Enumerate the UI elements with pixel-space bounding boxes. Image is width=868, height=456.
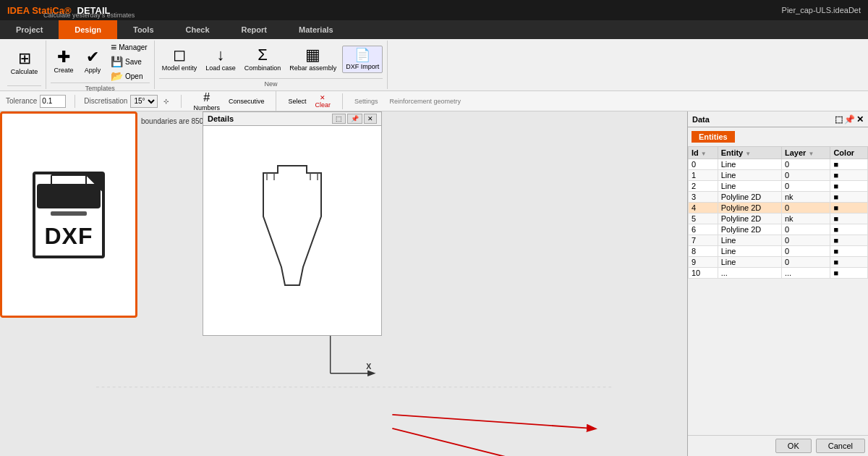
calculate-icon: ⊞ (18, 51, 31, 67)
table-row[interactable]: 5Polyline 2Dnk■ (689, 214, 868, 224)
apply-button[interactable]: ✔ Apply (80, 47, 106, 77)
col-id[interactable]: Id ▼ (689, 147, 718, 159)
table-row[interactable]: 6Polyline 2D0■ (689, 224, 868, 235)
calculate-button[interactable]: ⊞ Calculate (8, 48, 41, 78)
main-area: DXF boundaries are 8500.000 x 7400.000 m… (0, 111, 868, 456)
manager-label: Manager (119, 43, 147, 51)
save-icon: 💾 (111, 56, 123, 67)
save-button[interactable]: 💾 Save (109, 55, 150, 68)
discretisation-select[interactable]: 15° (130, 95, 158, 108)
tab-report[interactable]: Report (226, 20, 283, 39)
ribbon-group-new: ◻ Model entity ↓ Load case Σ Combination… (155, 41, 388, 89)
dxf-import-icon: 📄 (354, 48, 370, 62)
numbers-group: # Numbers Consecutive (190, 90, 276, 112)
cancel-button[interactable]: Cancel (816, 439, 865, 453)
details-float-button[interactable]: ⬚ (332, 114, 346, 124)
dxf-file-icon: DXF (33, 172, 105, 258)
model-entity-button[interactable]: ◻ Model entity (159, 45, 200, 75)
table-row[interactable]: 4Polyline 2D0■ (689, 203, 868, 214)
details-close-button[interactable]: ✕ (364, 114, 377, 124)
col-entity[interactable]: Entity ▼ (718, 147, 781, 159)
apply-label: Apply (85, 67, 101, 75)
clear-label: Clear (315, 101, 331, 109)
ribbon-group-calculate: ⊞ Calculate (3, 41, 46, 89)
table-row[interactable]: 1Line0■ (689, 170, 868, 181)
titlebar-left: IDEA StatiCa® DETAIL Calculate yesterday… (7, 5, 111, 16)
load-case-button[interactable]: ↓ Load case (203, 45, 239, 75)
table-row[interactable]: 3Polyline 2Dnk■ (689, 192, 868, 203)
details-controls: ⬚ 📌 ✕ (332, 114, 377, 124)
new-label: New (159, 78, 383, 89)
entities-tab[interactable]: Entities (692, 131, 735, 143)
title-bar: IDEA StatiCa® DETAIL Calculate yesterday… (0, 0, 868, 20)
table-row[interactable]: 7Line0■ (689, 235, 868, 246)
manager-button[interactable]: ≡ Manager (109, 41, 150, 54)
ribbon-group-create-apply: ✚ Create ✔ Apply ≡ Manager 💾 Save 📂 Open (46, 41, 155, 89)
select-clear-group: Select ✕ Clear (285, 93, 343, 109)
tab-project[interactable]: Project (0, 20, 59, 39)
table-row[interactable]: 10......■ (689, 268, 868, 279)
table-row[interactable]: 0Line0■ (689, 159, 868, 170)
combination-icon: Σ (258, 47, 268, 63)
create-button[interactable]: ✚ Create (51, 47, 77, 77)
load-case-label: Load case (205, 64, 236, 72)
details-svg (220, 159, 365, 303)
manager-icon: ≡ (111, 41, 116, 53)
templates-label: Templates (51, 83, 150, 93)
tolerance-group: Tolerance (6, 95, 75, 108)
data-close-button[interactable]: ✕ (856, 114, 864, 124)
ribbon-tabs: Project Design Tools Check Report Materi… (0, 20, 868, 39)
data-float-button[interactable]: ⬚ (835, 114, 843, 124)
data-title: Data (692, 115, 710, 124)
xyz-button[interactable]: ⊹ (161, 97, 172, 106)
reinforcement-geometry-label: Reinforcement geometry (390, 98, 461, 105)
clear-button[interactable]: ✕ Clear (312, 93, 333, 109)
tab-materials[interactable]: Materials (283, 20, 349, 39)
col-layer[interactable]: Layer ▼ (782, 147, 830, 159)
table-row[interactable]: 9Line0■ (689, 257, 868, 268)
calculate-label: Calculate (11, 68, 38, 76)
create-icon: ✚ (57, 49, 70, 65)
dxf-printer-base (37, 184, 101, 208)
tab-tools[interactable]: Tools (117, 20, 170, 39)
dxf-import-button[interactable]: 📄 DXF Import (342, 46, 383, 74)
details-panel: Details ⬚ 📌 ✕ (203, 111, 382, 336)
ribbon: ⊞ Calculate ✚ Create ✔ Apply ≡ Manager (0, 39, 868, 91)
combination-button[interactable]: Σ Combination (242, 45, 284, 75)
clear-icon: ✕ (320, 94, 326, 101)
manager-save-open: ≡ Manager 💾 Save 📂 Open (109, 41, 150, 83)
select-button[interactable]: Select (285, 97, 309, 106)
ok-button[interactable]: OK (775, 439, 812, 453)
data-controls: ⬚ 📌 ✕ (835, 114, 864, 124)
canvas-area[interactable]: DXF boundaries are 8500.000 x 7400.000 m… (0, 111, 709, 456)
rebar-assembly-icon: ▦ (305, 47, 320, 63)
data-pin-button[interactable]: 📌 (844, 114, 855, 124)
model-entity-label: Model entity (162, 64, 197, 72)
combination-label: Combination (244, 64, 281, 72)
open-button[interactable]: 📂 Open (109, 69, 150, 83)
apply-icon: ✔ (86, 49, 99, 65)
dxf-printer-slot (51, 211, 87, 216)
open-label: Open (125, 72, 142, 80)
data-table: Id ▼ Entity ▼ Layer ▼ Color 0Line0■1Line… (688, 146, 868, 279)
dxf-import-label: DXF Import (346, 63, 379, 71)
data-table-scroll[interactable]: Id ▼ Entity ▼ Layer ▼ Color 0Line0■1Line… (688, 146, 868, 435)
dxf-text: DXF (45, 223, 93, 250)
tolerance-input[interactable] (40, 95, 66, 108)
consecutive-button[interactable]: Consecutive (226, 97, 268, 106)
details-pin-button[interactable]: 📌 (347, 114, 362, 124)
table-row[interactable]: 8Line0■ (689, 246, 868, 257)
model-entity-icon: ◻ (173, 47, 186, 63)
tab-design[interactable]: Design (59, 20, 117, 39)
data-panel: Data ⬚ 📌 ✕ Entities Id ▼ Entity ▼ Layer … (687, 111, 868, 456)
svg-line-19 (392, 415, 592, 428)
col-color[interactable]: Color (830, 147, 868, 159)
save-label: Save (125, 58, 142, 66)
discretisation-label: Discretisation (84, 97, 127, 105)
rebar-assembly-button[interactable]: ▦ Rebar assembly (286, 45, 339, 75)
select-label: Select (288, 98, 306, 105)
create-label: Create (54, 67, 73, 75)
tab-check[interactable]: Check (170, 20, 226, 39)
table-row[interactable]: 2Line0■ (689, 181, 868, 192)
numbers-button[interactable]: # Numbers (190, 90, 223, 112)
